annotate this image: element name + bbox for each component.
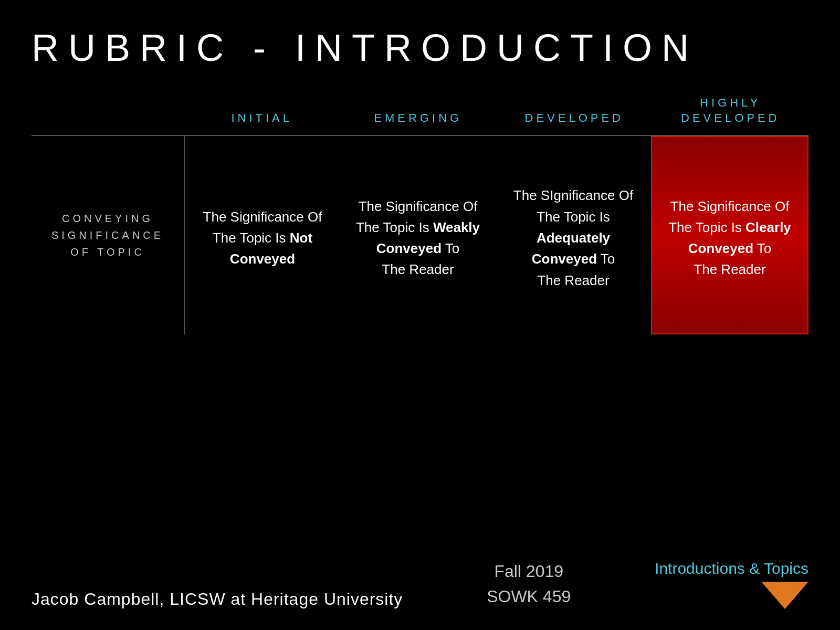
col-header-emerging: EMERGING [340, 111, 497, 135]
col-header-highly-developed: HIGHLYDEVELOPED [653, 96, 809, 135]
rubric-section: INITIAL EMERGING DEVELOPED HIGHLYDEVELOP… [0, 85, 840, 334]
cell-initial-text: The Significance Of The Topic Is Not Con… [195, 206, 330, 270]
cell-emerging: The Significance Of The Topic Is WeaklyC… [340, 136, 496, 334]
cell-initial: The Significance Of The Topic Is Not Con… [185, 136, 340, 334]
cell-developed: The SIgnificance Of The Topic Is Adequat… [496, 136, 651, 334]
row-label: CONVEYINGSIGNIFICANCEOF TOPIC [32, 136, 184, 334]
rubric-cells: The Significance Of The Topic Is Not Con… [184, 136, 808, 334]
cell-emerging-text: The Significance Of The Topic Is WeaklyC… [351, 196, 485, 280]
footer-course: Fall 2019 SOWK 459 [487, 559, 571, 609]
triangle-icon [761, 582, 808, 609]
rubric-header: INITIAL EMERGING DEVELOPED HIGHLYDEVELOP… [32, 96, 808, 135]
rubric-body: CONVEYINGSIGNIFICANCEOF TOPIC The Signif… [32, 135, 808, 334]
cell-highly-developed-text: The Significance Of The Topic Is Clearly… [663, 196, 797, 280]
col-header-initial: INITIAL [184, 111, 340, 135]
cell-highly-developed: The Significance Of The Topic Is Clearly… [651, 136, 808, 334]
cell-developed-text: The SIgnificance Of The Topic Is Adequat… [506, 185, 640, 290]
page-title: RUBRIC - INTRODUCTION [0, 0, 840, 85]
footer: Jacob Campbell, LICSW at Heritage Univer… [0, 543, 840, 630]
footer-author: Jacob Campbell, LICSW at Heritage Univer… [32, 590, 403, 609]
col-header-developed: DEVELOPED [496, 111, 653, 135]
footer-topic: Introductions & Topics [655, 560, 808, 609]
